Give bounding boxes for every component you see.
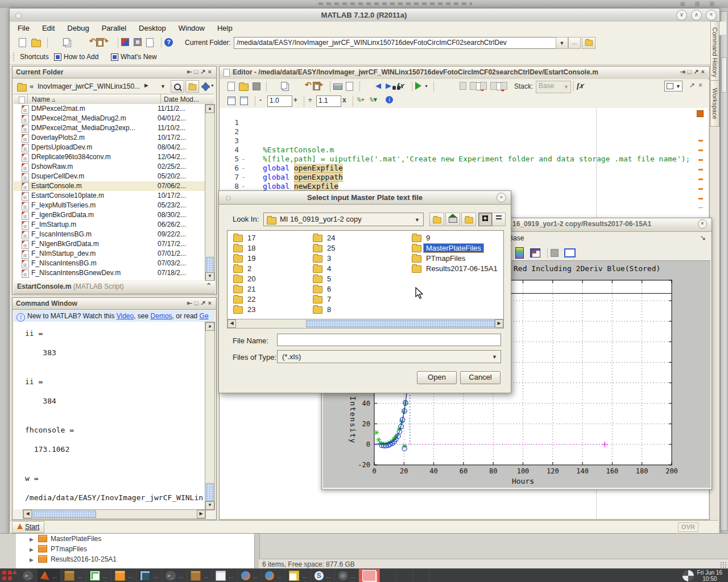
expand-icon[interactable]: ▶ [30,547,34,552]
how-to-add-shortcut[interactable]: How to Add [64,53,98,61]
current-folder-combobox[interactable]: /media/data/EASY/InovImager_jwrCF_WINLin… [234,37,557,49]
close-panel-icon[interactable]: × [208,300,214,306]
new-folder-button[interactable] [185,80,199,93]
browse-folder-button[interactable]: ... [568,37,581,49]
menu-item[interactable]: Desktop [139,24,166,32]
collapse-details-icon[interactable]: ⌃ [206,282,212,290]
colorbar-icon[interactable] [515,247,524,259]
clock-logo-icon[interactable] [682,570,694,581]
code-line[interactable]: 9 - global ExpOutmat [226,182,693,191]
command-window-titlebar[interactable]: Command Window ⇤□↗× [13,298,216,310]
code-line[interactable]: 7 - global newExppath [226,164,693,173]
profiler-icon[interactable] [146,38,154,47]
menu-item[interactable]: Help [217,24,233,32]
file-row[interactable]: F_NIscanIntensBGnewDev.m07/18/2... [14,268,205,278]
menu-item[interactable]: Window [179,24,205,32]
file-row[interactable]: DsuperCellDev.m05/20/2... [14,172,205,181]
tree-row[interactable]: ▶MasterPlateFiles [16,534,254,544]
taskbar-item-firefox[interactable]: ... [262,569,286,582]
file-row[interactable]: F_NIgenBkGrdData.m07/17/2... [14,239,205,249]
print-icon[interactable] [333,84,342,90]
editor-titlebar[interactable]: Editor - /media/data/EASY/InovImager_jwr… [220,66,709,80]
folder-item[interactable]: 19 [233,253,258,264]
taskbar-item-document[interactable]: ... [212,569,237,582]
file-row[interactable]: DpertsUploadDev.m08/04/2... [14,143,205,152]
taskbar-item-firefox[interactable]: ... [238,569,262,582]
up-one-level-button[interactable] [429,213,444,226]
code-line[interactable]: 3 %[file,path] = uiputfile('.mat','Creat… [226,127,693,136]
background-scrollbar[interactable] [720,11,727,531]
folder-item[interactable]: 3 [313,253,337,264]
getting-started-link[interactable]: Ge [200,312,209,320]
undock-icon[interactable]: ↗ [200,300,208,306]
tree-row[interactable]: ▶Results2016-10-25A1 [16,554,254,564]
folder-item[interactable]: 7 [313,294,337,305]
folder-item[interactable]: 25 [313,243,337,253]
taskbar-item-folder-orange[interactable]: ... [111,569,136,582]
matlab-titlebar[interactable]: MATLAB 7.12.0 (R2011a) ∨ ∧ × [10,9,718,22]
launcher-icon[interactable] [0,569,19,582]
background-scrollbar-thumb[interactable] [721,57,727,93]
go-back-icon[interactable]: ◀ [375,81,381,90]
file-row[interactable]: F_IexpMultiTseries.m05/23/2... [14,201,205,210]
undock-icon[interactable]: ↗ [200,68,208,75]
file-row[interactable]: DMPexcel2mat.m11/11/2... [14,104,205,114]
demos-link[interactable]: Demos [151,312,172,320]
folder-item[interactable]: 21 [233,284,258,294]
look-in-combobox[interactable]: MI 16_0919_yor1-2 copy ▼ [263,213,424,226]
tree-row[interactable]: ▶PTmapFiles [16,544,254,554]
dialog-titlebar[interactable]: Select input Master Plate text file × [219,191,511,205]
code-line[interactable]: 2 %EstartConsole.m [226,118,693,127]
cancel-button[interactable]: Cancel [460,371,500,384]
file-row[interactable]: DoverlayPlots2.m10/17/2... [14,133,205,143]
folder-item[interactable]: 2 [233,264,258,274]
taskbar-item-doc-yellow[interactable]: ... [286,569,311,582]
publish-info-icon[interactable]: i [386,96,393,103]
scrollbar-thumb[interactable] [306,320,495,327]
go-forward-icon[interactable]: ▶ [386,81,391,90]
menu-item[interactable]: Parallel [102,24,126,32]
folder-list-hscrollbar[interactable]: ◀ ▶ [227,319,504,329]
undock-icon[interactable]: ↗ [689,81,695,89]
dock-icon[interactable]: ⇤ [187,300,194,306]
code-line[interactable]: 4 - global openExpfile [226,136,693,146]
scroll-up-arrow[interactable]: ▲ [205,105,214,113]
run-section-icon[interactable]: %+ [357,96,365,103]
dock-icon[interactable]: ⇤ [187,68,194,75]
maximize-button[interactable]: ∧ [691,10,702,20]
menu-item[interactable]: Debug [67,24,89,32]
tab-command-history[interactable]: Command History [710,21,719,84]
menu-item[interactable]: File [18,24,30,32]
taskbar-item-s-app[interactable]: S... [311,569,335,582]
current-folder-panel-titlebar[interactable]: Current Folder ⇤□↗× [13,66,216,78]
folder-item[interactable]: 8 [313,305,337,315]
code-line[interactable]: 8 - global SWnewExp [226,173,693,182]
folder-item[interactable]: 18 [233,243,258,253]
whats-new-shortcut[interactable]: What's New [121,53,157,61]
redo-icon[interactable]: ↷ [102,36,109,45]
folder-item[interactable]: 23 [233,305,258,315]
scroll-left-arrow[interactable]: ◀ [23,510,32,518]
current-folder-dropdown-button[interactable]: ▼ [556,37,568,49]
folder-list[interactable]: 171819220212223 2425345678 9MasterPlateF… [227,230,504,320]
toolbar-grip[interactable] [13,53,16,61]
taskbar-item-camera[interactable]: ... [335,569,359,582]
dock-icon[interactable]: ⇥ [680,68,687,75]
scroll-up-arrow[interactable]: ▲ [205,322,214,331]
dialog-close-button[interactable]: × [497,193,506,202]
resize-grip[interactable] [720,562,727,568]
scrollbar-thumb[interactable] [32,510,96,518]
new-file-icon[interactable] [228,82,235,91]
grid-view-button[interactable] [478,213,492,226]
fx-find-icon[interactable]: f𝑥 [577,81,584,90]
taskbar-item-search-doc[interactable]: ... [136,569,162,582]
function-browser-icon[interactable]: f𝑥 [397,81,404,90]
files-of-type-combobox[interactable]: (*.xls) ▼ [277,350,501,363]
command-output-area[interactable]: ii = 383 ii = 384 fhconsole = 173.1062 w… [14,322,205,509]
file-row[interactable]: EstartConsole10plate.m10/17/2... [14,191,205,201]
file-row[interactable]: DshowRaw.m02/25/2... [14,162,205,172]
open-file-icon[interactable] [31,40,41,47]
scroll-right-arrow[interactable]: ▶ [495,319,503,328]
undo-icon[interactable]: ↶ [89,36,96,45]
taskbar-item-empty[interactable] [396,569,413,582]
